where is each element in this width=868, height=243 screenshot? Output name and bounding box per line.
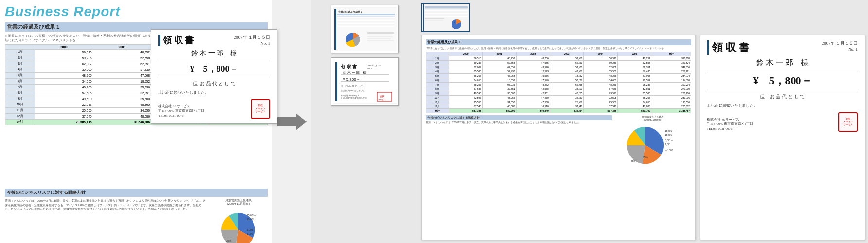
receipt-right-no: No. 1 [848, 47, 858, 52]
svg-rect-11 [337, 16, 395, 17]
svg-text:2007年 1月15日: 2007年 1月15日 [367, 64, 381, 67]
col-header-2001: 2001 [93, 45, 151, 50]
doc-risk-text: 今後のビジネスリスクに対する戦略方針 震源：さらにいっては、2006年2月に創業… [426, 115, 612, 168]
doc-section-title: 営業の経過及び成果 1 [426, 39, 691, 45]
svg-text:15,001～: 15,001～ [247, 214, 256, 217]
svg-rect-44 [425, 8, 468, 9]
svg-rect-43 [425, 6, 468, 8]
col-header-month [5, 45, 35, 50]
arrow-icon [277, 113, 307, 130]
arrow-area [272, 0, 311, 243]
table-row: 1月56,51048,25248,20652,55856,51048,25231… [426, 56, 691, 60]
doc-sales-table: 2000 2001 2002 2003 2004 2005 合計 1月56,51… [426, 52, 691, 113]
receipt-overlay: 領 収 書 2007年 １月１５日 No. 1 鈴 木 一 郎 様 ¥ 5，80… [151, 29, 277, 124]
svg-rect-51 [425, 20, 443, 21]
receipt-right-stamp: 領収メキャンサービス [838, 112, 858, 132]
doc-page-main: 営業の経過及び成果 1 IT業界にあっては、お客様での投資の抑制および、設備・情… [421, 35, 696, 240]
risk-text: 震源：さらにいっては、2006年2月に創業、設立、変革のあの事業先と対象する過去… [5, 199, 206, 243]
svg-text:15,001: 15,001 [665, 133, 672, 136]
right-main-doc: 営業の経過及び成果 1 IT業界にあっては、お客様での投資の抑制および、設備・情… [421, 35, 865, 240]
svg-text:サービス: サービス [378, 98, 386, 101]
receipt-reason: 但 お 品 代 と し て [158, 80, 270, 87]
doc-risk-body: 震源：さらにいっては、2006年2月に創業、設立、変革のあの事業先と対象する過去… [426, 121, 581, 124]
page-title: Business Report [5, 4, 268, 19]
receipt-recipient: 鈴 木 一 郎 様 [158, 49, 270, 60]
svg-rect-20 [367, 32, 394, 34]
pie-chart: 15,001～ 15,001 1,001～ 1,000 32% 22% [212, 207, 265, 243]
thumbnail-document[interactable]: 営業の経過及び成果 1 [331, 5, 399, 53]
receipt-company: 株式会社 SSサービス 〒113-0047 東京都文京区1丁目 TEL03-00… [158, 104, 204, 119]
thumbnail-receipt[interactable]: 領 収 書 2007年 1月15日 No. 1 鈴 木 一 郎 様 ¥ 5,80… [331, 57, 399, 106]
receipt-amount: ¥ 5，800－ [158, 63, 270, 77]
svg-text:領 収 書: 領 収 書 [341, 64, 357, 69]
receipt-right-name: 鈴 木 一 郎 様 [707, 58, 858, 70]
svg-text:25%: 25% [643, 156, 648, 159]
receipt-no-label: No. [260, 41, 268, 46]
receipt-date: 2007年 １月１５日 No. 1 [234, 35, 270, 46]
svg-rect-8 [334, 9, 336, 50]
svg-text:¥ 5,800－: ¥ 5,800－ [343, 77, 360, 82]
risk-title: 今後のビジネスリスクに対する戦略方針 [5, 189, 268, 197]
svg-rect-12 [337, 17, 395, 18]
doc-pie-label: 月別営業売上見通表(2006年11月現在) [614, 115, 691, 121]
svg-rect-50 [425, 18, 444, 19]
thumb-svg-2: 領 収 書 2007年 1月15日 No. 1 鈴 木 一 郎 様 ¥ 5,80… [333, 60, 397, 103]
svg-text:15,001～: 15,001～ [665, 129, 674, 132]
receipt-right-title: 領 収 書 [707, 40, 749, 55]
svg-text:5,001～: 5,001～ [665, 139, 673, 142]
doc-bottom-section: 今後のビジネスリスクに対する戦略方針 震源：さらにいっては、2006年2月に創業… [426, 115, 691, 168]
receipt-no-value: 1 [268, 41, 271, 46]
middle-panel: 営業の経過及び成果 1 [311, 0, 418, 243]
receipt-right-confirm: 上記正に領収いたしました。 [707, 103, 858, 108]
thumbnail-preview-1: 営業の経過及び成果 1 [333, 7, 397, 51]
svg-text:～1,000: ～1,000 [665, 149, 673, 152]
svg-rect-48 [425, 14, 468, 15]
table-row-total: 合計537,388580,799569,849532,264537,388580… [426, 108, 691, 113]
svg-rect-14 [337, 20, 395, 21]
right-panel: 営業の経過及び成果 1 IT業界にあっては、お客様での投資の抑制および、設備・情… [418, 0, 868, 243]
svg-rect-16 [337, 23, 395, 24]
receipt-title: 領 収 書 [158, 35, 194, 46]
svg-rect-26 [335, 62, 337, 101]
svg-text:営業の経過及び成果 1: 営業の経過及び成果 1 [338, 10, 362, 13]
svg-rect-17 [337, 24, 395, 25]
doc-risk-title: 今後のビジネスリスクに対する戦略方針 [426, 115, 612, 120]
svg-text:15,001: 15,001 [247, 218, 254, 221]
thumbnail-preview-2: 領 収 書 2007年 1月15日 No. 1 鈴 木 一 郎 様 ¥ 5,80… [333, 60, 397, 104]
svg-rect-49 [425, 16, 468, 17]
svg-text:22%: 22% [226, 239, 232, 242]
svg-text:〒113-0047 東京都文京区1丁目: 〒113-0047 東京都文京区1丁目 [341, 97, 367, 99]
svg-rect-18 [337, 26, 395, 27]
svg-rect-47 [425, 13, 468, 14]
receipt-header: 領 収 書 2007年 １月１５日 No. 1 [158, 35, 270, 46]
receipt-page-right: 領 収 書 2007年 １月１５日 No. 1 鈴 木 一 郎 様 ¥ 5，80… [700, 35, 865, 240]
svg-rect-41 [422, 4, 469, 31]
svg-rect-46 [425, 11, 468, 12]
thumb-svg-1: 営業の経過及び成果 1 [333, 8, 397, 51]
svg-rect-15 [337, 21, 395, 22]
svg-text:上記正に領収いたしました。: 上記正に領収いたしました。 [341, 89, 366, 92]
receipt-right-date: 2007年 １月１５日 No. 1 [822, 40, 858, 55]
doc-desc: IT業界にあっては、お客様での投資の抑制および、設備・情報・系列の整合強化等の影… [426, 47, 691, 50]
right-thumb-small[interactable] [421, 3, 470, 32]
receipt-right-header: 領 収 書 2007年 １月１５日 No. 1 [707, 40, 858, 55]
svg-text:領収: 領収 [380, 95, 384, 98]
table-row: 2月59,23652,55857,68562,35159,23652,55834… [426, 60, 691, 65]
receipt-stamp: 領収メキャンサービス [251, 99, 270, 119]
svg-text:株式会社 SSサービス: 株式会社 SSサービス [340, 94, 359, 97]
svg-text:1,001～: 1,001～ [247, 228, 255, 231]
table-row: 7月48,25695,23648,25262,05848,25695,23639… [426, 82, 691, 87]
pie-chart-label: 月別営業売上見通表(2006年11月現在) [209, 199, 268, 206]
svg-rect-10 [337, 14, 395, 15]
svg-rect-24 [367, 40, 394, 41]
receipt-right-reason: 但 お 品 代 と し て [707, 93, 858, 100]
svg-text:35%: 35% [631, 159, 636, 162]
right-top-bar [421, 3, 865, 32]
col-header-2000: 2000 [35, 45, 93, 50]
svg-text:1,001: 1,001 [665, 143, 671, 146]
doc-pie-svg: 15,001～ 15,001 5,001～ 1,001 ～1,000 35% 2… [616, 122, 689, 166]
table-row: 10月22,59348,26557,43034,65022,59348,2652… [426, 95, 691, 100]
receipt-confirm: 上記正に領収いたしました。 [158, 90, 270, 95]
table-row: 5月48,26547,06825,55618,55248,26547,06823… [426, 73, 691, 78]
receipt-right-amount: ¥ 5，800－ [707, 73, 858, 90]
